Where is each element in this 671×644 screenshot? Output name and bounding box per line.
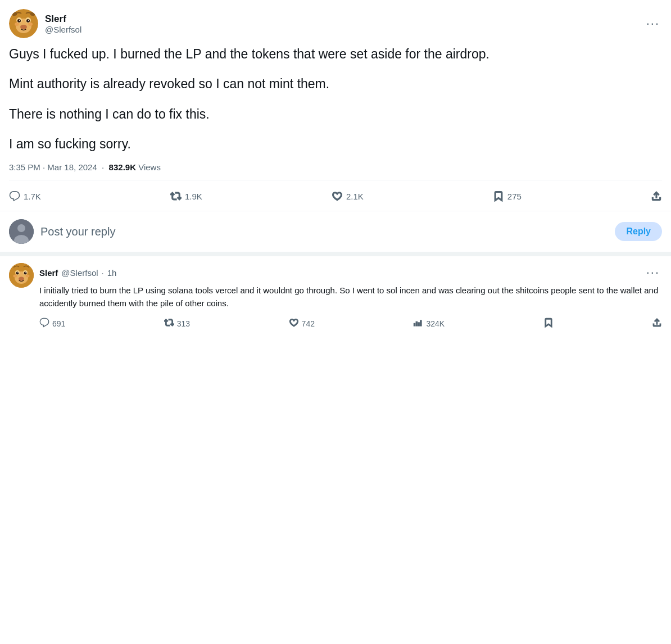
- reply-text: I initially tried to burn the LP using s…: [39, 284, 662, 310]
- svg-point-9: [15, 22, 19, 26]
- reply-views-action[interactable]: 324K: [413, 318, 445, 329]
- tweet-meta: 3:35 PM · Mar 18, 2024 · 832.9K Views: [9, 162, 662, 180]
- like-action[interactable]: 2.1K: [332, 191, 364, 202]
- reply-share-action[interactable]: [652, 318, 662, 329]
- tweet-line-3: There is nothing I can do to fix this.: [9, 105, 662, 124]
- retweet-icon: [170, 191, 182, 202]
- svg-rect-30: [420, 321, 421, 326]
- svg-point-7: [28, 20, 29, 21]
- tweet-line-1: Guys I fucked up. I burned the LP and th…: [9, 45, 662, 64]
- reply-tweet: Slerf @Slerfsol · 1h ··· I initially tri…: [0, 256, 671, 336]
- svg-point-22: [17, 273, 19, 274]
- reply-time: ·: [102, 268, 104, 278]
- more-options-button[interactable]: ···: [644, 14, 662, 33]
- reply-like-action[interactable]: 742: [289, 318, 315, 329]
- share-action[interactable]: [651, 191, 662, 202]
- svg-point-24: [19, 277, 24, 281]
- reply-reply-action[interactable]: 691: [39, 318, 65, 329]
- reply-placeholder: Post your reply: [40, 225, 115, 238]
- reply-tweet-header: Slerf @Slerfsol · 1h ··· I initially tri…: [9, 263, 662, 336]
- reply-header-row: Slerf @Slerfsol · 1h ···: [39, 263, 662, 282]
- tweet-header: Slerf @Slerfsol ···: [9, 9, 662, 38]
- reply-actions: 691 313 742: [39, 315, 662, 336]
- svg-point-26: [26, 275, 30, 278]
- reply-views-icon: [413, 318, 423, 329]
- main-tweet: Slerf @Slerfsol ··· Guys I fucked up. I …: [0, 0, 671, 211]
- reply-retweet-action[interactable]: 313: [164, 318, 190, 329]
- svg-point-23: [25, 273, 26, 274]
- reply-reply-icon: [39, 318, 49, 329]
- reply-views-count: 324K: [426, 319, 445, 328]
- bookmark-icon: [493, 191, 504, 202]
- svg-point-8: [20, 25, 27, 29]
- svg-point-21: [24, 272, 27, 275]
- svg-point-25: [13, 275, 17, 278]
- reply-button[interactable]: Reply: [615, 222, 662, 241]
- avatar[interactable]: [9, 9, 38, 38]
- reply-count: 1.7K: [24, 192, 41, 201]
- reply-bookmark-action[interactable]: [543, 318, 554, 329]
- reply-heart-icon: [289, 318, 299, 329]
- reply-user-avatar: [9, 219, 34, 244]
- bookmark-count: 275: [507, 192, 522, 201]
- reply-time-ago: 1h: [107, 268, 117, 278]
- reply-reply-count: 691: [52, 319, 65, 328]
- svg-point-20: [16, 272, 19, 275]
- reply-action[interactable]: 1.7K: [9, 191, 41, 202]
- like-count: 2.1K: [346, 192, 364, 201]
- reply-tweet-avatar[interactable]: [9, 263, 34, 288]
- reply-user-info: Slerf @Slerfsol · 1h: [39, 268, 116, 278]
- tweet-line-4: I am so fucking sorry.: [9, 135, 662, 153]
- svg-rect-27: [414, 324, 415, 326]
- reply-more-options-button[interactable]: ···: [644, 263, 662, 282]
- tweet-header-left: Slerf @Slerfsol: [9, 9, 81, 38]
- user-info: Slerf @Slerfsol: [45, 13, 81, 34]
- bookmark-action[interactable]: 275: [493, 191, 522, 202]
- tweet-timestamp: 3:35 PM · Mar 18, 2024: [9, 162, 97, 172]
- reply-retweet-icon: [164, 318, 174, 329]
- reply-share-icon: [652, 318, 662, 329]
- svg-rect-29: [418, 323, 419, 326]
- svg-point-4: [17, 19, 21, 22]
- svg-point-6: [19, 20, 20, 21]
- reply-display-name[interactable]: Slerf: [39, 268, 58, 278]
- retweet-action[interactable]: 1.9K: [170, 191, 202, 202]
- reply-box: Post your reply Reply: [0, 211, 671, 256]
- tweet-line-2: Mint authority is already revoked so I c…: [9, 75, 662, 93]
- username[interactable]: @Slerfsol: [45, 25, 81, 34]
- reply-username[interactable]: @Slerfsol: [61, 268, 98, 278]
- reply-input[interactable]: Post your reply: [40, 225, 608, 238]
- svg-point-14: [17, 224, 25, 232]
- tweet-content: Guys I fucked up. I burned the LP and th…: [9, 45, 662, 153]
- tweet-views-count: 832.9K: [109, 162, 136, 172]
- share-icon: [651, 191, 662, 202]
- svg-rect-28: [416, 322, 418, 326]
- reply-retweet-count: 313: [177, 319, 190, 328]
- reply-bookmark-icon: [543, 318, 554, 329]
- retweet-count: 1.9K: [185, 192, 202, 201]
- reply-content-area: Slerf @Slerfsol · 1h ··· I initially tri…: [39, 263, 662, 336]
- display-name[interactable]: Slerf: [45, 13, 81, 25]
- heart-icon: [332, 191, 343, 202]
- reply-like-count: 742: [302, 319, 315, 328]
- svg-point-10: [28, 22, 33, 26]
- tweet-actions: 1.7K 1.9K 2.1K 275: [9, 188, 662, 211]
- tweet-views-label: Views: [138, 162, 161, 172]
- svg-point-5: [26, 19, 30, 22]
- reply-icon: [9, 191, 20, 202]
